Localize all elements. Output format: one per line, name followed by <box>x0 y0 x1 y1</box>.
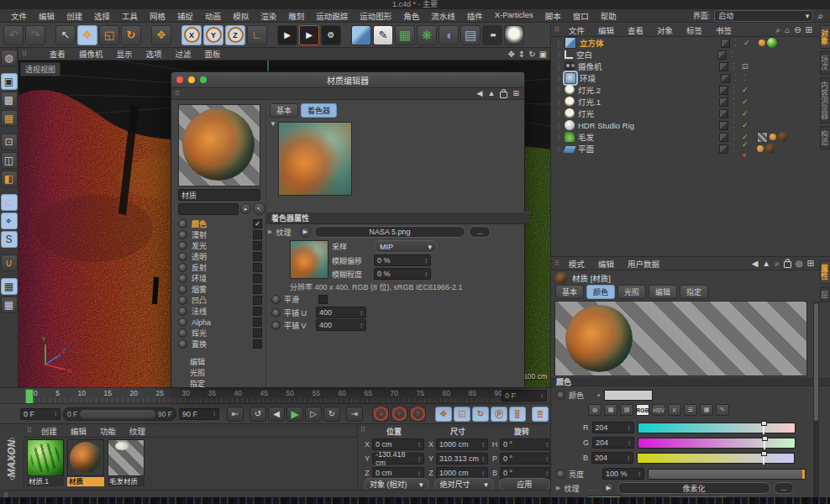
material-name-input[interactable] <box>178 189 260 201</box>
channel-link-编辑[interactable]: 编辑 <box>178 356 262 367</box>
layer-chip-icon[interactable] <box>719 109 728 118</box>
tab-基本[interactable]: 基本 <box>555 285 584 299</box>
texture-name-pill[interactable]: NASA 5.png <box>314 226 465 238</box>
coord-value-field[interactable]: 0 cm↕ <box>372 467 424 479</box>
render-view-icon[interactable]: ▶ <box>277 25 297 45</box>
coord-value-field[interactable]: 0 °↕ <box>500 453 552 465</box>
sampling-select[interactable]: MIP▾ <box>374 240 438 253</box>
rgb-gradient-slider[interactable] <box>638 438 796 449</box>
enable-state-icon[interactable]: ✓ <box>742 121 752 129</box>
play-backward-button[interactable]: ↺ <box>250 407 266 422</box>
size-mode-select[interactable]: 绝对尺寸▾ <box>434 478 494 491</box>
frame-start-field[interactable]: 0 F↕ <box>20 408 60 420</box>
texture-arrow-button[interactable]: ▶ <box>603 483 614 494</box>
axis-mode-icon[interactable]: ∟ <box>1 194 18 211</box>
key-position-button[interactable]: ✥ <box>435 407 452 422</box>
chevron-down-icon[interactable]: ▾ <box>597 392 601 399</box>
lock-icon[interactable] <box>500 92 507 98</box>
channel-checkbox[interactable] <box>253 296 262 305</box>
menu-脚本[interactable]: 脚本 <box>539 10 567 22</box>
key-scale-button[interactable]: ◱ <box>454 407 470 422</box>
channel-checkbox[interactable] <box>253 318 262 327</box>
rgb-value-field[interactable]: 204↕ <box>592 422 634 433</box>
last-tool-icon[interactable]: ✥ <box>151 25 171 45</box>
image-icon[interactable]: ▨ <box>620 404 633 416</box>
visibility-dots-icon[interactable]: ⁚ <box>731 51 738 59</box>
channel-checkbox[interactable] <box>253 285 262 294</box>
preview-cursor-icon[interactable]: ↖ <box>253 202 265 215</box>
rgb-mode-icon[interactable]: RGB <box>636 404 649 416</box>
kelvin-mode-icon[interactable]: K <box>668 404 681 416</box>
side-tab-内容浏览器[interactable]: 内容浏览器 <box>820 77 830 123</box>
deformer-icon[interactable]: ◖ <box>439 25 459 45</box>
coord-mode-select[interactable]: 对象 (相对)▾ <box>364 478 429 491</box>
enable-state-icon[interactable]: ⊡ <box>742 62 752 71</box>
tweak-mode-icon[interactable]: ⌖ <box>1 213 18 229</box>
next-frame-button[interactable]: ▷ <box>305 407 322 422</box>
slider-knob[interactable] <box>762 436 768 441</box>
tab-基本[interactable]: 基本 <box>270 103 298 118</box>
menu-模拟[interactable]: 模拟 <box>227 10 255 22</box>
timeline-playhead[interactable] <box>25 389 34 404</box>
menu-帮助[interactable]: 帮助 <box>595 10 622 22</box>
material-thumbnail[interactable] <box>27 439 64 476</box>
menu-雕刻[interactable]: 雕刻 <box>282 10 310 22</box>
expand-icon[interactable]: ⊞ <box>807 259 814 268</box>
channel-link-指定[interactable]: 指定 <box>178 378 262 389</box>
side-tab-层[interactable]: 层 <box>820 286 830 302</box>
up-arrow-icon[interactable]: ▲ <box>488 89 496 98</box>
visibility-dots-icon[interactable]: ⁚ <box>733 87 739 94</box>
timeline-ruler[interactable]: 051015202530354045505560657075808590 0 F… <box>0 387 550 403</box>
material-editor-window[interactable]: 材质编辑器 ⠿ ◀▲⊞ ▸ ↖ 颜色✓漫射发光透明反射环境烟雾凹凸法线Alpha… <box>171 71 525 388</box>
mixer-icon[interactable]: ☰ <box>684 404 697 416</box>
object-row-灯光[interactable]: ├灯光⁚✓ <box>551 108 818 119</box>
menu-动画[interactable]: 动画 <box>199 10 227 22</box>
radio-icon[interactable] <box>556 391 565 400</box>
channel-checkbox[interactable] <box>253 274 262 283</box>
tab-编辑[interactable]: 编辑 <box>649 285 677 299</box>
layer-chip-icon[interactable] <box>719 121 728 130</box>
go-start-button[interactable]: ⇤ <box>227 407 244 422</box>
search-icon[interactable]: ⌕ <box>775 259 780 269</box>
object-row-毛发[interactable]: ├毛发⁚✓ <box>551 131 818 143</box>
tab-颜色[interactable]: 颜色 <box>586 285 615 299</box>
material-tag-icon[interactable] <box>757 145 764 152</box>
coord-value-field[interactable]: 0 °↕ <box>500 467 552 479</box>
zoom-view-icon[interactable]: ⇕ <box>518 50 525 59</box>
eyedropper-icon[interactable]: ✎ <box>716 404 729 416</box>
visibility-dots-icon[interactable]: ⁚ <box>733 63 739 71</box>
make-editable-icon[interactable]: ◍ <box>1 50 18 66</box>
rotate-view-icon[interactable]: ↻ <box>528 50 535 59</box>
menu-查看[interactable]: 查看 <box>43 48 72 60</box>
scale-icon[interactable]: ◱ <box>99 25 119 45</box>
menu-摄像机[interactable]: 摄像机 <box>72 48 110 60</box>
layer-chip-icon[interactable] <box>719 133 728 142</box>
material-item-材质[interactable]: 材质 <box>67 439 104 486</box>
blur-scale-field[interactable]: 0 %↕ <box>374 268 431 280</box>
visibility-dots-icon[interactable]: ⁚ <box>734 75 741 82</box>
smooth-checkbox[interactable] <box>318 295 328 304</box>
slider-knob[interactable] <box>761 451 767 456</box>
layer-chip-icon[interactable] <box>721 74 730 83</box>
menu-用户数据[interactable]: 用户数据 <box>621 258 666 270</box>
radio-icon[interactable] <box>271 321 281 330</box>
menu-选项[interactable]: 选项 <box>139 48 168 60</box>
radio-icon[interactable] <box>271 308 281 318</box>
brightness-slider[interactable] <box>648 469 806 480</box>
enable-state-icon[interactable]: ✓ <box>742 140 752 157</box>
key-rotation-button[interactable]: ↻ <box>472 407 489 422</box>
preview-type-field[interactable] <box>178 203 239 215</box>
texture-tag-icon[interactable] <box>765 144 775 154</box>
interface-select[interactable]: 启动 ▾ <box>714 10 813 22</box>
menu-创建[interactable]: 创建 <box>34 425 64 437</box>
channel-环境[interactable]: 环境 <box>178 273 262 284</box>
menu-标签[interactable]: 标签 <box>680 24 709 36</box>
current-frame-field[interactable]: 0 F↕ <box>502 390 547 402</box>
rgb-gradient-slider[interactable] <box>638 423 796 433</box>
channel-checkbox[interactable] <box>253 252 262 261</box>
menu-书签[interactable]: 书签 <box>709 24 738 36</box>
enable-state-icon[interactable]: ✓ <box>742 86 752 94</box>
channel-法线[interactable]: 法线 <box>178 306 262 317</box>
material-thumbnail[interactable] <box>67 439 104 476</box>
channel-颜色[interactable]: 颜色✓ <box>178 218 262 229</box>
